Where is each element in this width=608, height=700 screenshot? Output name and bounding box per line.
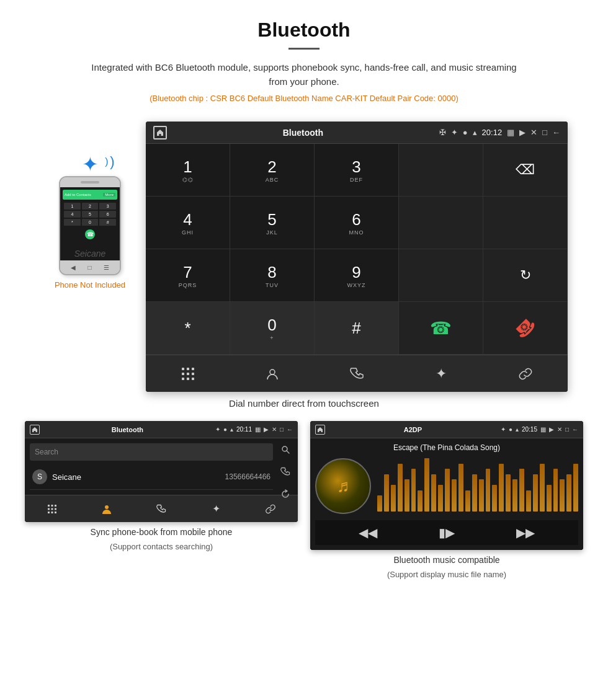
music-caption-sub: (Support display music file name)	[387, 570, 506, 579]
viz-bar-5	[411, 469, 416, 512]
pb-nav-dialpad[interactable]	[25, 495, 79, 522]
signal-icon: ▴	[473, 128, 477, 137]
pb-nav-phone[interactable]	[134, 495, 189, 522]
viz-bar-17	[492, 485, 497, 512]
svg-rect-6	[182, 378, 184, 380]
music-home-icon[interactable]	[315, 425, 325, 435]
phone-key-3: 3	[99, 203, 116, 210]
svg-rect-1	[187, 368, 189, 370]
dial-bottom-nav: ✦	[146, 355, 568, 392]
more-btn: More	[103, 193, 115, 197]
pb-cam-icon: ▦	[255, 426, 261, 433]
viz-bar-15	[479, 479, 484, 512]
svg-rect-12	[48, 505, 50, 507]
dial-key-call[interactable]: ☎	[399, 302, 483, 355]
dial-key-3[interactable]: 3 DEF	[315, 144, 399, 197]
search-bar[interactable]: Search	[30, 443, 273, 461]
pb-phone-icon[interactable]	[277, 463, 294, 481]
bluetooth-icon: ✦	[82, 153, 99, 176]
pb-nav-person[interactable]	[79, 495, 134, 522]
nav-link[interactable]	[483, 355, 568, 392]
music-sig-icon: ▴	[516, 426, 519, 433]
music-next-btn[interactable]: ▶▶	[516, 525, 535, 540]
title-divider	[288, 48, 320, 50]
music-song-title: Escape (The Pina Colada Song)	[315, 443, 578, 452]
bluetooth-waves: ✦ ) )	[82, 153, 99, 176]
music-caption: Bluetooth music compatible	[393, 555, 499, 565]
page-description: Integrated with BC6 Bluetooth module, su…	[87, 61, 521, 89]
viz-bar-23	[533, 474, 538, 512]
svg-rect-15	[48, 508, 50, 510]
usb-icon: ✠	[439, 128, 446, 137]
viz-bar-24	[540, 464, 545, 512]
music-prev-btn[interactable]: ◀◀	[359, 525, 377, 540]
nav-phone[interactable]	[315, 355, 399, 392]
viz-bar-19	[506, 474, 511, 512]
phone-home-icon: □	[87, 264, 91, 271]
phone-key-5: 5	[82, 211, 99, 218]
svg-rect-18	[48, 512, 50, 513]
dial-key-star[interactable]: *	[146, 302, 230, 355]
dial-key-6[interactable]: 6 MNO	[315, 197, 399, 249]
pb-bt-icon: ✦	[215, 426, 220, 433]
pb-home-icon[interactable]	[30, 425, 40, 435]
phone-not-included-label: Phone Not Included	[55, 280, 125, 290]
phone-key-4: 4	[64, 211, 81, 218]
dial-key-end[interactable]: ☎	[483, 302, 568, 355]
phone-back-icon: ◀	[71, 264, 76, 271]
dial-status-bar: Bluetooth ✠ ✦ ● ▴ 20:12 ▦ ▶ ✕ □ ←	[146, 122, 568, 144]
dial-key-2[interactable]: 2 ABC	[230, 144, 315, 197]
dial-key-4[interactable]: 4 GHI	[146, 197, 230, 249]
contact-avatar: S	[32, 469, 47, 484]
dial-key-backspace[interactable]: ⌫	[483, 144, 568, 197]
dial-key-5[interactable]: 5 JKL	[230, 197, 315, 249]
viz-bar-26	[553, 469, 558, 512]
svg-point-21	[105, 505, 109, 509]
close-icon: ✕	[530, 128, 537, 137]
viz-bar-28	[566, 474, 571, 512]
music-play-btn[interactable]: ▮▶	[439, 525, 455, 540]
pb-back-icon: ←	[287, 426, 293, 433]
home-icon[interactable]	[153, 126, 167, 140]
viz-bar-20	[512, 479, 517, 512]
bottom-screens: Bluetooth ✦ ● ▴ 20:11 ▦ ▶ ✕ □ ← Search	[0, 421, 608, 579]
music-visualizer	[377, 458, 578, 514]
viz-bar-0	[377, 495, 382, 512]
viz-bar-25	[547, 485, 552, 512]
nav-contacts[interactable]	[230, 355, 315, 392]
dial-key-7[interactable]: 7 PQRS	[146, 249, 230, 302]
nav-bluetooth[interactable]: ✦	[399, 355, 483, 392]
dial-key-0[interactable]: 0 +	[230, 302, 315, 355]
viz-bar-22	[526, 490, 531, 512]
pb-search-icon[interactable]	[277, 441, 294, 458]
pb-body: Search S Seicane 13566664466	[25, 438, 298, 495]
viz-bar-6	[418, 490, 422, 512]
nav-dialpad[interactable]	[146, 355, 230, 392]
dial-car-screen: Bluetooth ✠ ✦ ● ▴ 20:12 ▦ ▶ ✕ □ ← 1 ⌬⌬ 2…	[146, 122, 568, 392]
dial-key-1[interactable]: 1 ⌬⌬	[146, 144, 230, 197]
dial-key-9[interactable]: 9 WXYZ	[315, 249, 399, 302]
dial-key-8[interactable]: 8 TUV	[230, 249, 315, 302]
window-icon: □	[542, 128, 547, 137]
phone-device: Add to Contacts More 1 2 3 4 5 6 * 0 # ☎	[59, 176, 121, 275]
location-icon: ●	[463, 128, 468, 137]
svg-rect-13	[51, 505, 53, 507]
music-loc-icon: ●	[509, 426, 512, 433]
pb-screen-title: Bluetooth	[43, 426, 212, 433]
phone-call-btn-row: ☎	[63, 229, 117, 239]
viz-bar-8	[431, 474, 436, 512]
pb-refresh-icon[interactable]	[277, 485, 294, 503]
music-block: A2DP ✦ ● ▴ 20:15 ▦ ▶ ✕ □ ← Escape (The P…	[310, 421, 583, 579]
music-controls: ◀◀ ▮▶ ▶▶	[315, 520, 578, 545]
contact-initial: S	[37, 472, 42, 481]
phone-bottom-bar: ◀ □ ☰	[60, 260, 120, 274]
svg-point-9	[270, 370, 275, 374]
phonebook-screen: Bluetooth ✦ ● ▴ 20:11 ▦ ▶ ✕ □ ← Search	[25, 421, 298, 522]
phone-top-bar	[60, 177, 120, 187]
dial-key-refresh[interactable]: ↻	[483, 249, 568, 302]
pb-nav-bt[interactable]: ✦	[189, 495, 243, 522]
phone-dialpad: 1 2 3 4 5 6 * 0 #	[63, 202, 117, 227]
dial-key-empty-2	[399, 197, 483, 249]
dial-key-hash[interactable]: #	[315, 302, 399, 355]
pb-action-icons	[277, 441, 294, 503]
